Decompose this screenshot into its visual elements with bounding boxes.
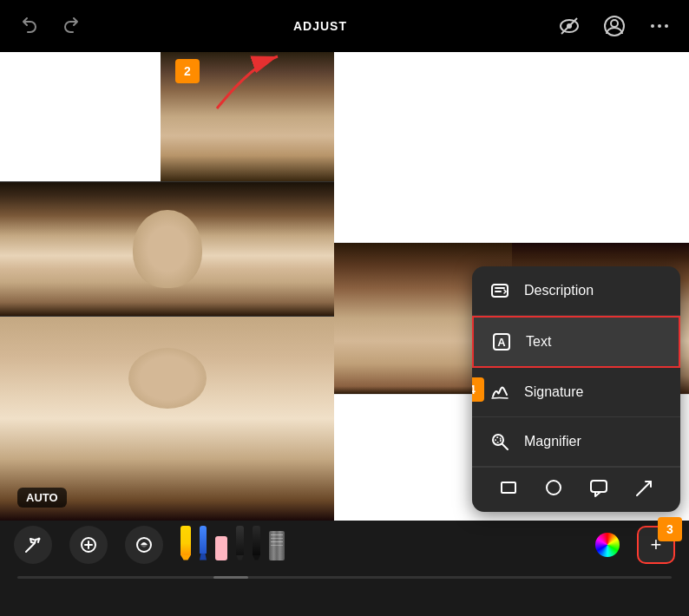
author-button[interactable] bbox=[599, 10, 630, 42]
undo-button[interactable] bbox=[14, 10, 45, 42]
yellow-highlighter[interactable] bbox=[180, 526, 191, 560]
scroll-indicator bbox=[0, 568, 689, 586]
description-label: Description bbox=[524, 283, 594, 298]
description-icon bbox=[488, 279, 512, 303]
plus-button-container: 3 + bbox=[637, 526, 675, 564]
text-label: Text bbox=[526, 334, 551, 350]
eraser-tool[interactable] bbox=[215, 536, 227, 560]
add-button[interactable] bbox=[69, 526, 108, 564]
svg-point-4 bbox=[611, 20, 618, 27]
svg-point-5 bbox=[651, 24, 654, 28]
svg-point-16 bbox=[547, 481, 561, 495]
svg-point-2 bbox=[567, 23, 572, 29]
magnifier-label: Magnifier bbox=[524, 434, 581, 449]
left-panel: AUTO bbox=[0, 52, 334, 521]
svg-point-7 bbox=[665, 24, 668, 28]
magic-button[interactable] bbox=[14, 526, 52, 564]
photo-row-3: AUTO bbox=[0, 317, 334, 521]
dark-pencil-2[interactable] bbox=[253, 526, 260, 560]
circle-tool[interactable] bbox=[544, 478, 563, 501]
shape-tools-row bbox=[472, 467, 680, 512]
svg-point-6 bbox=[658, 24, 661, 28]
dark-pencil-1[interactable] bbox=[236, 526, 244, 560]
white-cell-1 bbox=[0, 52, 161, 181]
dropdown-item-text[interactable]: A Text bbox=[472, 316, 680, 368]
dropdown-item-signature[interactable]: Signature bbox=[472, 368, 680, 417]
step2-label: 2 bbox=[175, 59, 200, 83]
photo-row-2 bbox=[0, 182, 334, 317]
bottom-toolbar: 3 + bbox=[0, 521, 689, 616]
toolbar-title: ADJUST bbox=[293, 19, 347, 33]
toolbar-center: ADJUST bbox=[87, 18, 554, 34]
dropdown-menu: 4 Description A Text Signat bbox=[472, 266, 680, 512]
drawing-tools bbox=[180, 526, 578, 564]
adjust-button[interactable] bbox=[125, 526, 163, 564]
photo-2 bbox=[0, 182, 334, 316]
svg-line-18 bbox=[637, 482, 651, 495]
toolbar-left bbox=[14, 10, 87, 42]
ruler-tool[interactable] bbox=[269, 531, 285, 560]
svg-point-12 bbox=[493, 435, 503, 445]
dropdown-item-magnifier[interactable]: Magnifier bbox=[472, 417, 680, 467]
svg-point-19 bbox=[38, 537, 41, 540]
blue-pen[interactable] bbox=[200, 526, 207, 560]
dropdown-item-description[interactable]: Description bbox=[472, 266, 680, 316]
svg-rect-15 bbox=[502, 482, 515, 493]
redo-button[interactable] bbox=[56, 10, 87, 42]
right-white-area bbox=[334, 52, 689, 243]
auto-label: AUTO bbox=[17, 488, 67, 508]
toolbar-right bbox=[554, 10, 675, 42]
svg-text:A: A bbox=[497, 336, 506, 349]
svg-point-13 bbox=[495, 437, 501, 442]
signature-icon bbox=[488, 380, 512, 404]
step3-label: 3 bbox=[658, 517, 682, 541]
text-icon: A bbox=[489, 330, 514, 354]
tools-row: 3 + bbox=[0, 521, 689, 568]
magnifier-icon bbox=[488, 429, 512, 454]
signature-label: Signature bbox=[524, 384, 584, 400]
hide-button[interactable] bbox=[554, 10, 585, 42]
more-button[interactable] bbox=[644, 10, 675, 42]
photo-row-1 bbox=[0, 52, 334, 182]
speech-bubble-tool[interactable] bbox=[589, 479, 608, 501]
step4-label: 4 bbox=[472, 377, 484, 402]
arrow-tool[interactable] bbox=[634, 479, 653, 501]
color-wheel-button[interactable] bbox=[595, 533, 620, 557]
svg-rect-17 bbox=[591, 481, 607, 492]
rectangle-tool[interactable] bbox=[499, 478, 518, 501]
top-toolbar: ADJUST bbox=[0, 0, 689, 52]
svg-line-14 bbox=[502, 444, 508, 449]
